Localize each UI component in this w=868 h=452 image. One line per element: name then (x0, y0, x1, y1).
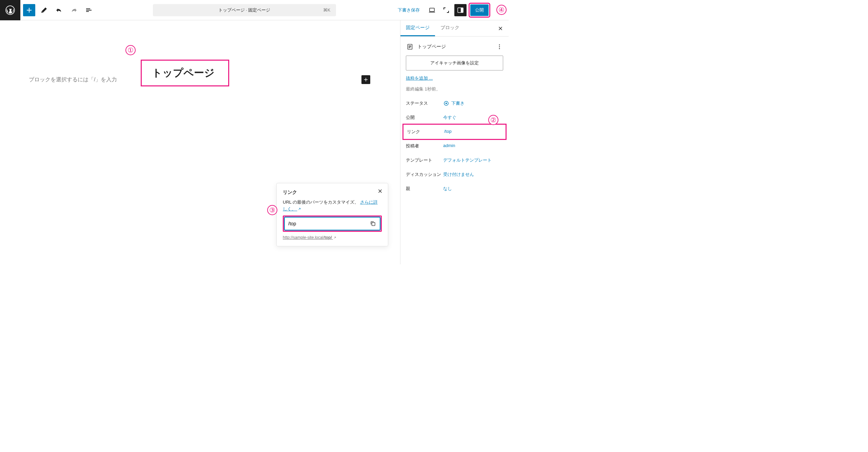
author-label: 投稿者 (406, 143, 443, 149)
link-value[interactable]: /top (444, 129, 502, 135)
template-label: テンプレート (406, 157, 443, 163)
desc-text: URL の最後のパーツをカスタマイズ。 (283, 200, 359, 205)
svg-point-9 (499, 44, 500, 45)
link-popover: リンク URL の最後のパーツをカスタマイズ。 さらに詳しく。 http://s… (276, 183, 388, 246)
status-value[interactable]: 下書き (443, 100, 503, 106)
link-popover-title: リンク (283, 189, 382, 196)
annotation-4: ④ (496, 5, 507, 15)
toolbar-center: トップページ · 固定ページ ⌘K (95, 4, 394, 16)
edit-mode-button[interactable] (38, 4, 50, 16)
laptop-icon (428, 6, 436, 14)
permalink-preview[interactable]: http://sample-site.local/top/ (283, 235, 337, 240)
page-icon (406, 43, 414, 51)
permalink-slug: top/ (324, 235, 332, 240)
publish-label: 公開 (406, 115, 443, 121)
svg-rect-1 (430, 8, 434, 12)
slug-input-wrapper (284, 217, 380, 230)
settings-sidebar: 固定ページ ブロック トップページ アイキャッチ画像を設定 抜粋を追加 ... (400, 20, 509, 264)
redo-icon (70, 6, 78, 14)
link-popover-description: URL の最後のパーツをカスタマイズ。 さらに詳しく。 (283, 199, 382, 212)
meta-row-template[interactable]: テンプレート デフォルトテンプレート (406, 153, 503, 167)
meta-row-link[interactable]: リンク /top (402, 124, 507, 140)
undo-icon (55, 6, 63, 14)
undo-button[interactable] (53, 4, 65, 16)
sidebar-icon (456, 6, 465, 14)
page-title[interactable]: トップページ (152, 66, 215, 80)
slug-input-highlight (283, 215, 382, 232)
toolbar-right-group: 下書き保存 公開 (394, 3, 509, 18)
close-icon (497, 25, 504, 32)
external-link-icon (333, 236, 337, 240)
preview-button[interactable] (426, 4, 438, 16)
last-edited-text: 最終編集 1秒前。 (406, 86, 503, 92)
page-title-highlight: トップページ (141, 60, 229, 86)
main-layout: トップページ ブロックを選択するには「/」を入力 リンク URL の最後のパーツ… (0, 20, 509, 264)
svg-point-10 (499, 46, 500, 47)
discussion-label: ディスカッション (406, 171, 443, 178)
parent-value[interactable]: なし (443, 186, 503, 192)
discussion-value[interactable]: 受け付けません (443, 171, 503, 178)
summary-more-button[interactable] (496, 43, 503, 50)
close-popover-button[interactable] (377, 188, 383, 194)
meta-row-parent[interactable]: 親 なし (406, 182, 503, 196)
author-value[interactable]: admin (443, 143, 503, 149)
block-placeholder[interactable]: ブロックを選択するには「/」を入力 (29, 76, 117, 83)
dots-vertical-icon (496, 43, 503, 50)
annotation-3: ③ (267, 205, 277, 215)
toolbar-left-group (20, 4, 95, 16)
document-title-bar[interactable]: トップページ · 固定ページ ⌘K (153, 4, 336, 16)
publish-highlight: 公開 (469, 3, 490, 18)
list-icon (85, 6, 93, 14)
editor-canvas[interactable]: トップページ ブロックを選択するには「/」を入力 リンク URL の最後のパーツ… (0, 20, 400, 264)
settings-sidebar-toggle[interactable] (454, 4, 467, 16)
meta-row-status[interactable]: ステータス 下書き (406, 96, 503, 110)
close-icon (377, 188, 383, 194)
external-link-icon (297, 207, 301, 211)
svg-point-13 (446, 103, 447, 104)
draft-status-icon (443, 100, 449, 106)
svg-point-11 (499, 48, 500, 49)
redo-button[interactable] (68, 4, 80, 16)
close-sidebar-button[interactable] (492, 20, 509, 36)
plus-icon (25, 6, 33, 14)
permalink-base: http://sample-site.local/ (283, 235, 324, 240)
inline-add-block-button[interactable] (361, 75, 370, 84)
tab-page[interactable]: 固定ページ (400, 20, 435, 36)
status-label: ステータス (406, 100, 443, 106)
document-overview-button[interactable] (83, 4, 95, 16)
annotation-2: ② (488, 115, 498, 125)
wordpress-icon (5, 5, 15, 15)
sidebar-tabs: 固定ページ ブロック (400, 20, 509, 37)
document-title: トップページ · 固定ページ (218, 7, 271, 13)
pencil-icon (40, 6, 48, 14)
view-button[interactable] (440, 4, 452, 16)
parent-label: 親 (406, 186, 443, 192)
template-value[interactable]: デフォルトテンプレート (443, 157, 503, 163)
wordpress-logo[interactable] (0, 0, 20, 20)
slug-input[interactable] (288, 221, 370, 226)
expand-icon (442, 6, 450, 14)
link-label: リンク (407, 129, 444, 135)
svg-rect-3 (461, 8, 463, 13)
publish-button[interactable]: 公開 (470, 4, 489, 16)
plus-icon (363, 77, 369, 83)
copy-icon[interactable] (370, 220, 376, 227)
summary-title: トップページ (417, 44, 446, 50)
meta-row-discussion[interactable]: ディスカッション 受け付けません (406, 167, 503, 182)
status-value-text: 下書き (451, 100, 465, 106)
save-draft-button[interactable]: 下書き保存 (394, 5, 424, 15)
summary-header: トップページ (406, 42, 503, 56)
tab-block[interactable]: ブロック (435, 20, 465, 36)
add-block-button[interactable] (23, 4, 35, 16)
set-featured-image-button[interactable]: アイキャッチ画像を設定 (406, 56, 503, 70)
annotation-1: ① (125, 45, 136, 55)
svg-rect-7 (372, 223, 375, 226)
keyboard-shortcut: ⌘K (323, 7, 331, 13)
add-excerpt-link[interactable]: 抜粋を追加 ... (406, 75, 433, 81)
meta-row-author[interactable]: 投稿者 admin (406, 139, 503, 153)
editor-toolbar: トップページ · 固定ページ ⌘K 下書き保存 公開 (0, 0, 509, 20)
